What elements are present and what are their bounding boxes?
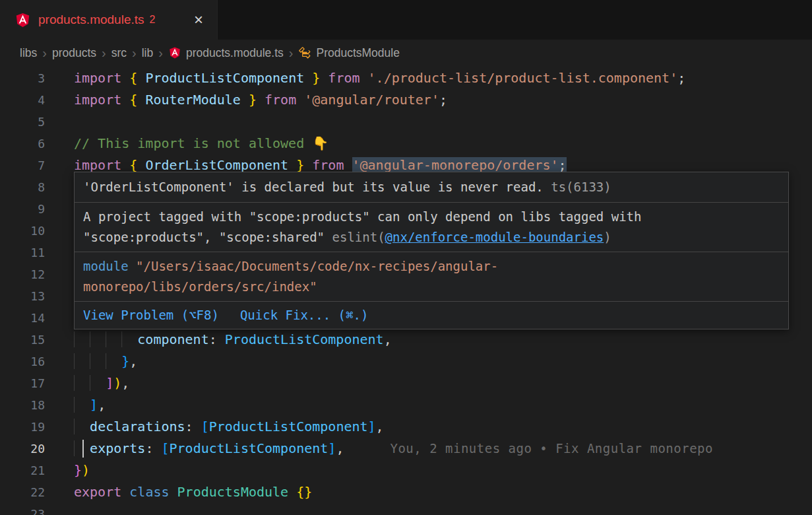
breadcrumb-item-libs[interactable]: libs (20, 46, 37, 60)
angular-file-icon (168, 46, 181, 59)
eslint-message-line1: A project tagged with "scope:products" c… (83, 209, 641, 224)
code-line[interactable]: 19 declarations: [ProductListComponent], (0, 416, 812, 438)
line-number[interactable]: 5 (0, 111, 45, 133)
code-line[interactable]: 21}) (0, 460, 812, 481)
angular-file-icon (15, 12, 31, 28)
code-line[interactable]: 23 (0, 503, 812, 515)
code-line[interactable]: 5 (0, 111, 812, 133)
breadcrumb-item-src[interactable]: src (111, 46, 127, 60)
code-line[interactable]: 18 ], (0, 394, 812, 416)
line-number[interactable]: 23 (0, 503, 45, 515)
line-number[interactable]: 3 (0, 67, 45, 89)
code-text (45, 111, 74, 133)
vscode-window: products.module.ts 2 × libs › products ›… (0, 0, 812, 515)
code-text (45, 176, 74, 198)
line-number[interactable]: 14 (0, 307, 45, 329)
quick-fix-link[interactable]: Quick Fix... (⌘.) (240, 305, 368, 326)
line-number[interactable]: 18 (0, 394, 45, 416)
line-number[interactable]: 21 (0, 460, 45, 481)
code-text: exports: [ProductListComponent],You, 2 m… (45, 438, 713, 460)
hover-eslint-diagnostic: A project tagged with "scope:products" c… (75, 203, 788, 252)
code-text (45, 198, 74, 220)
code-line[interactable]: 20 exports: [ProductListComponent],You, … (0, 438, 812, 460)
text-cursor (82, 440, 84, 458)
eslint-source-close: ) (604, 230, 611, 244)
code-text: }) (45, 460, 90, 481)
breadcrumb-separator: › (96, 46, 111, 59)
line-number[interactable]: 15 (0, 329, 45, 351)
hover-popup: 'OrderListComponent' is declared but its… (74, 172, 789, 329)
code-text: component: ProductListComponent, (45, 329, 392, 351)
git-blame-annotation: You, 2 minutes ago • Fix Angular monorep… (390, 438, 713, 460)
hover-ts-diagnostic: 'OrderListComponent' is declared but its… (75, 172, 788, 203)
breadcrumb-item-file[interactable]: products.module.ts (168, 46, 284, 60)
tab-close-icon[interactable]: × (189, 11, 208, 29)
code-text (45, 242, 74, 263)
code-text (45, 503, 74, 515)
code-text: // This import is not allowed 👇 (45, 133, 328, 154)
line-number[interactable]: 8 (0, 176, 45, 198)
code-text (45, 285, 74, 307)
code-text: }, (45, 351, 137, 372)
code-line[interactable]: 3import { ProductListComponent } from '.… (0, 67, 812, 89)
code-text: import { RouterModule } from '@angular/r… (45, 89, 447, 111)
editor-tab-bar: products.module.ts 2 × (0, 0, 812, 40)
line-number[interactable]: 4 (0, 89, 45, 111)
line-number[interactable]: 17 (0, 372, 45, 394)
tab-title: products.module.ts (38, 13, 144, 27)
line-number[interactable]: 22 (0, 481, 45, 503)
breadcrumb: libs › products › src › lib › products.m… (0, 40, 812, 66)
line-number[interactable]: 20 (0, 438, 45, 460)
line-number[interactable]: 13 (0, 285, 45, 307)
code-text (45, 220, 74, 242)
code-line[interactable]: 4import { RouterModule } from '@angular/… (0, 89, 812, 111)
breadcrumb-separator: › (37, 46, 52, 59)
line-number[interactable]: 19 (0, 416, 45, 438)
breadcrumb-item-products[interactable]: products (52, 46, 96, 60)
line-number[interactable]: 11 (0, 242, 45, 263)
code-line[interactable]: 22export class ProductsModule {} (0, 481, 812, 503)
breadcrumb-separator: › (284, 46, 299, 59)
class-symbol-icon (298, 46, 311, 59)
code-text: ], (45, 394, 106, 416)
code-text (45, 263, 74, 285)
code-line[interactable]: 6// This import is not allowed 👇 (0, 133, 812, 154)
code-line[interactable]: 17 ]), (0, 372, 812, 394)
breadcrumb-separator: › (153, 46, 168, 59)
line-number[interactable]: 16 (0, 351, 45, 372)
line-number[interactable]: 6 (0, 133, 45, 154)
code-line[interactable]: 16 }, (0, 351, 812, 372)
code-line[interactable]: 15 component: ProductListComponent, (0, 329, 812, 351)
eslint-rule-link[interactable]: @nx/enforce-module-boundaries (385, 230, 604, 244)
breadcrumb-separator: › (127, 46, 142, 59)
code-text: ]), (45, 372, 129, 394)
code-text: export class ProductsModule {} (45, 481, 312, 503)
view-problem-link[interactable]: View Problem (⌥F8) (83, 305, 219, 326)
code-text (45, 307, 74, 329)
hover-module-info: module "/Users/isaac/Documents/code/nx-r… (75, 252, 788, 302)
tab-problems-badge: 2 (150, 14, 156, 26)
eslint-message-line2: "scope:products", "scope:shared" (83, 230, 332, 244)
hover-actions: View Problem (⌥F8) Quick Fix... (⌘.) (75, 302, 788, 329)
code-text: import { ProductListComponent } from './… (45, 67, 685, 89)
code-text: declarations: [ProductListComponent], (45, 416, 384, 438)
line-number[interactable]: 10 (0, 220, 45, 242)
breadcrumb-item-symbol[interactable]: ProductsModule (298, 46, 399, 60)
ts-diagnostic-message: 'OrderListComponent' is declared but its… (83, 180, 544, 194)
editor[interactable]: 3import { ProductListComponent } from '.… (0, 66, 812, 515)
line-number[interactable]: 12 (0, 263, 45, 285)
line-number[interactable]: 9 (0, 198, 45, 220)
tab-products-module-ts[interactable]: products.module.ts 2 × (0, 0, 218, 40)
ts-diagnostic-code: ts(6133) (544, 180, 611, 194)
module-path: "/Users/isaac/Documents/code/nx-recipes/… (83, 259, 498, 294)
line-number[interactable]: 7 (0, 154, 45, 176)
module-keyword: module (83, 259, 129, 273)
eslint-source-open: eslint( (332, 230, 385, 244)
breadcrumb-item-lib[interactable]: lib (142, 46, 154, 60)
